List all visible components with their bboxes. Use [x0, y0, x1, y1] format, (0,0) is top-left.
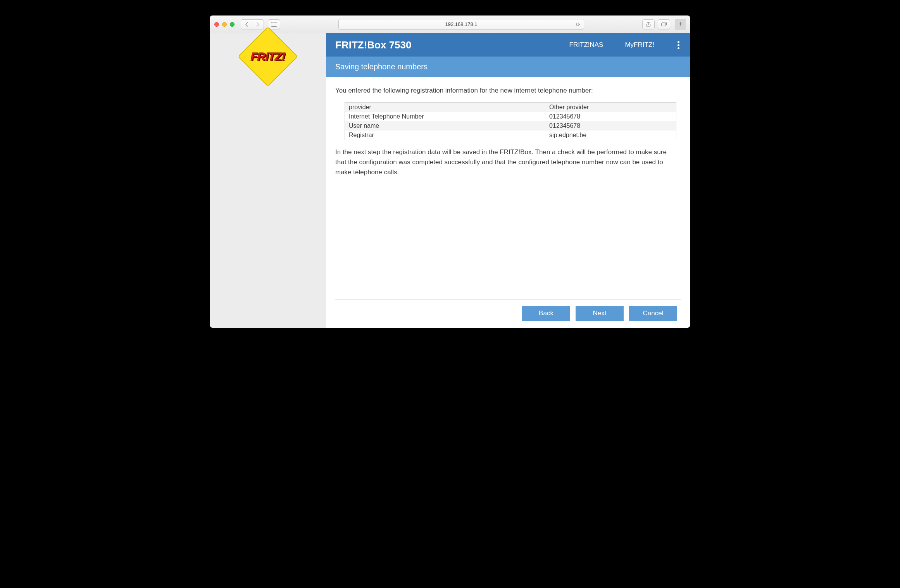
table-row: Internet Telephone Number 012345678 — [345, 112, 676, 121]
nav-forward-button[interactable] — [252, 19, 264, 29]
logo-text: FRITZ! — [251, 50, 285, 63]
close-window-button[interactable] — [214, 22, 219, 27]
spacer — [335, 193, 681, 299]
show-tabs-button[interactable] — [658, 19, 670, 29]
row-key: User name — [349, 122, 549, 129]
row-value: 012345678 — [549, 113, 672, 120]
logo-wrap: FRITZ! — [210, 37, 326, 76]
link-fritznas[interactable]: FRITZ!NAS — [569, 41, 603, 49]
browser-toolbar: 192.168.178.1 ⟳ + — [210, 15, 690, 33]
description-text: In the next step the registration data w… — [335, 147, 681, 178]
table-row: User name 012345678 — [345, 121, 676, 131]
back-button[interactable]: Back — [522, 306, 570, 321]
panel: You entered the following registration i… — [326, 77, 690, 328]
nav-back-button[interactable] — [241, 19, 252, 29]
header-links: FRITZ!NAS MyFRITZ! — [569, 40, 681, 51]
browser-window: 192.168.178.1 ⟳ + FRITZ! FRITZ!Bo — [210, 15, 690, 328]
next-button[interactable]: Next — [576, 306, 624, 321]
fritz-logo: FRITZ! — [239, 37, 297, 76]
app-title: FRITZ!Box 7530 — [335, 39, 412, 51]
row-value: Other provider — [549, 104, 672, 111]
page-content: FRITZ! FRITZ!Box 7530 FRITZ!NAS MyFRITZ!… — [210, 33, 690, 328]
row-key: provider — [349, 104, 549, 111]
page-subheader: Saving telephone numbers — [326, 57, 690, 77]
intro-text: You entered the following registration i… — [335, 86, 681, 95]
address-bar[interactable]: 192.168.178.1 ⟳ — [338, 19, 584, 30]
share-button[interactable] — [642, 19, 655, 29]
toolbar-right: + — [642, 19, 686, 30]
svg-rect-0 — [271, 22, 277, 26]
app-header: FRITZ!Box 7530 FRITZ!NAS MyFRITZ! — [326, 33, 690, 57]
sidebar-toggle-button[interactable] — [268, 19, 280, 29]
row-value: 012345678 — [549, 122, 672, 129]
cancel-button[interactable]: Cancel — [629, 306, 677, 321]
sidebar: FRITZ! — [210, 33, 326, 328]
link-myfritz[interactable]: MyFRITZ! — [625, 41, 654, 49]
row-value: sip.edpnet.be — [549, 132, 672, 139]
window-controls — [214, 22, 234, 27]
table-row: Registrar sip.edpnet.be — [345, 131, 676, 140]
address-bar-text: 192.168.178.1 — [445, 21, 477, 27]
zoom-window-button[interactable] — [230, 22, 234, 27]
subheader-title: Saving telephone numbers — [335, 62, 428, 71]
nav-back-forward — [241, 19, 264, 29]
menu-kebab-icon[interactable] — [676, 40, 681, 51]
registration-table: provider Other provider Internet Telepho… — [345, 102, 676, 140]
button-bar: Back Next Cancel — [335, 299, 681, 328]
reload-icon[interactable]: ⟳ — [576, 21, 581, 28]
row-key: Internet Telephone Number — [349, 113, 549, 120]
new-tab-button[interactable]: + — [675, 19, 686, 30]
table-row: provider Other provider — [345, 103, 676, 112]
row-key: Registrar — [349, 132, 549, 139]
svg-rect-3 — [662, 23, 666, 26]
main: FRITZ!Box 7530 FRITZ!NAS MyFRITZ! Saving… — [326, 33, 690, 328]
minimize-window-button[interactable] — [222, 22, 227, 27]
